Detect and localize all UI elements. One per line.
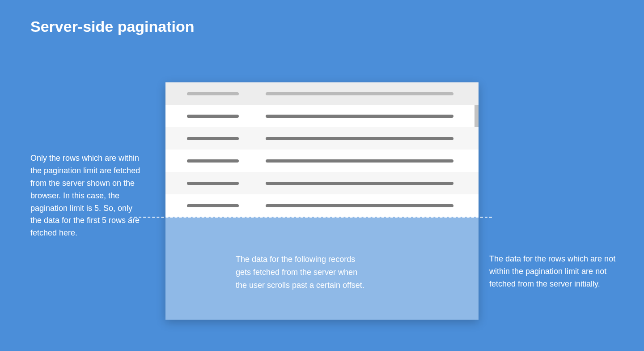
header-col1-placeholder bbox=[187, 92, 239, 95]
cell-placeholder bbox=[266, 115, 453, 118]
table-header bbox=[165, 82, 479, 105]
cell-placeholder bbox=[187, 204, 239, 207]
table-row bbox=[165, 105, 479, 127]
page-title: Server-side pagination bbox=[30, 18, 195, 35]
cell-placeholder bbox=[187, 137, 239, 140]
table-body bbox=[165, 105, 479, 217]
cell-placeholder bbox=[266, 204, 453, 207]
cell-placeholder bbox=[266, 159, 453, 163]
cell-placeholder bbox=[266, 182, 453, 185]
table-row bbox=[165, 194, 479, 217]
cell-placeholder bbox=[187, 115, 239, 118]
cell-placeholder bbox=[187, 159, 239, 163]
cell-placeholder bbox=[187, 182, 239, 185]
caption-visible-rows: Only the rows which are within the pagin… bbox=[30, 152, 142, 240]
cell-placeholder bbox=[266, 137, 453, 140]
table-row bbox=[165, 172, 479, 194]
header-col2-placeholder bbox=[266, 92, 453, 95]
table-row bbox=[165, 150, 479, 172]
caption-scroll-fetch: The data for the following records gets … bbox=[236, 253, 370, 291]
caption-not-fetched: The data for the rows which are not with… bbox=[489, 253, 619, 291]
table-row bbox=[165, 127, 479, 150]
